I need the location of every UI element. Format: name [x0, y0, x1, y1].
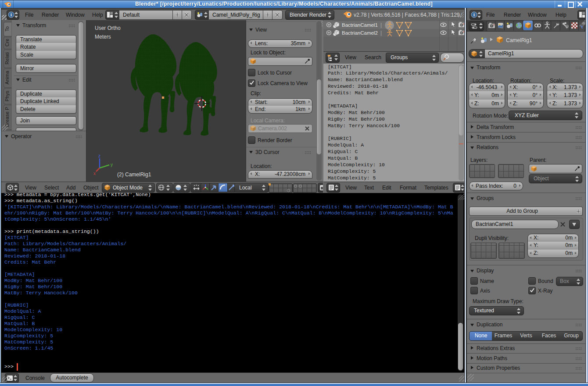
- svg-text:y: y: [111, 162, 113, 167]
- svg-text:i: i: [473, 12, 475, 17]
- svg-text:z: z: [98, 154, 100, 158]
- svg-text:x: x: [93, 171, 96, 176]
- svg-text:i: i: [11, 12, 12, 17]
